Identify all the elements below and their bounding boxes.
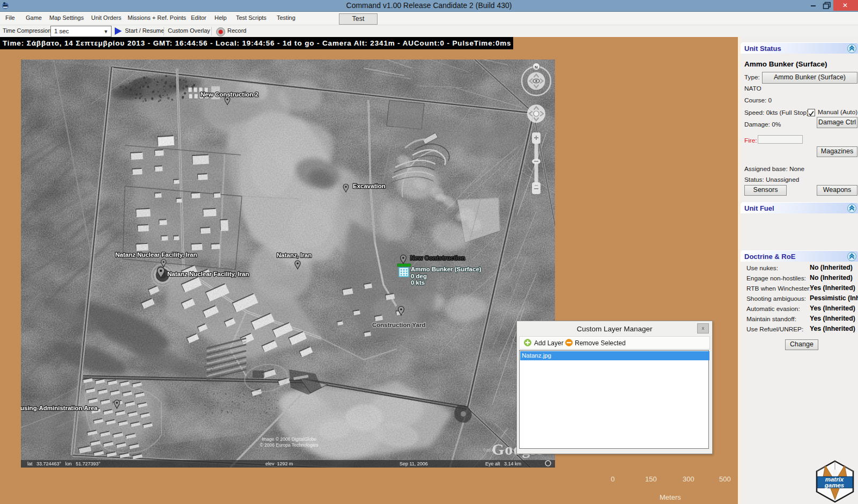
- svg-text:0 kts: 0 kts: [411, 279, 425, 286]
- svg-text:Excavation: Excavation: [353, 183, 386, 189]
- svg-text:©2006: ©2006: [483, 448, 494, 452]
- svg-text:Natanz Nuclear Facility, Iran: Natanz Nuclear Facility, Iran: [115, 251, 197, 258]
- svg-text:Natanz Nuclear Facility, Iran: Natanz Nuclear Facility, Iran: [167, 271, 249, 277]
- svg-text:New Construction 2: New Construction 2: [201, 91, 258, 98]
- svg-text:New Contstruction: New Contstruction: [410, 255, 465, 261]
- svg-text:games: games: [824, 482, 844, 488]
- svg-text:N: N: [535, 65, 538, 70]
- svg-text:elev 1292 m: elev 1292 m: [265, 461, 293, 466]
- svg-text:lat 33.724463° lon 51.72: lat 33.724463° lon 51.727393°: [27, 461, 101, 466]
- svg-text:Natanz, Iran: Natanz, Iran: [277, 252, 312, 258]
- svg-text:Sep 11, 2006: Sep 11, 2006: [400, 461, 428, 466]
- svg-text:Eye alt 3.14 km: Eye alt 3.14 km: [485, 461, 521, 466]
- svg-text:0 deg: 0 deg: [411, 273, 427, 279]
- svg-text:Image © 2006 DigitalGlobe: Image © 2006 DigitalGlobe: [262, 436, 316, 442]
- svg-text:using-Administration Area: using-Administration Area: [21, 405, 98, 411]
- svg-text:Ammo Bunker (Surface): Ammo Bunker (Surface): [411, 266, 482, 272]
- svg-text:Construction Yard: Construction Yard: [372, 322, 425, 328]
- svg-text:© 2006 Europa Technologies: © 2006 Europa Technologies: [260, 442, 318, 448]
